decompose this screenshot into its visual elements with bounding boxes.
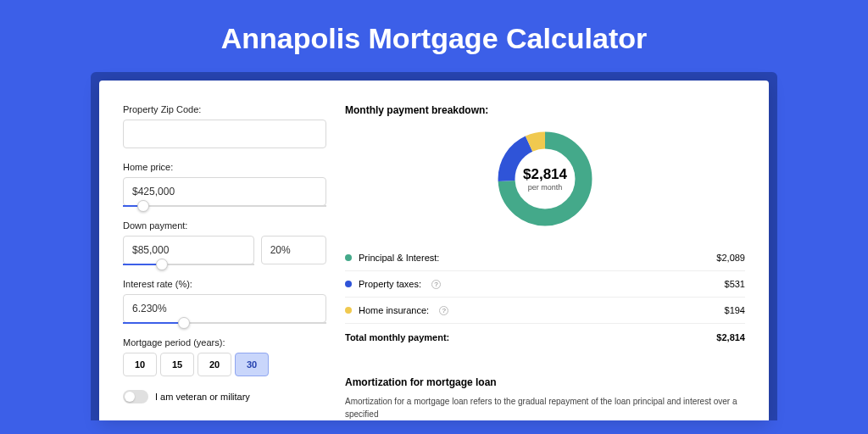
- field-period: Mortgage period (years): 10 15 20 30: [123, 337, 326, 376]
- legend-label: Principal & Interest:: [359, 253, 439, 263]
- donut-center: $2,814 per month: [494, 128, 596, 230]
- legend-amount: $2,089: [716, 253, 745, 263]
- field-zip: Property Zip Code:: [123, 104, 326, 148]
- help-icon[interactable]: ?: [439, 306, 448, 315]
- field-down-payment: Down payment:: [123, 220, 326, 265]
- home-price-slider[interactable]: [123, 205, 326, 207]
- legend-dot-icon: [345, 254, 352, 261]
- inputs-column: Property Zip Code: Home price: Down paym…: [123, 104, 326, 420]
- slider-thumb[interactable]: [137, 200, 149, 212]
- calculator-card: Property Zip Code: Home price: Down paym…: [99, 81, 769, 420]
- donut-amount: $2,814: [523, 166, 567, 183]
- home-price-input[interactable]: [123, 177, 326, 206]
- slider-thumb[interactable]: [156, 259, 168, 270]
- period-option-20[interactable]: 20: [198, 353, 231, 376]
- total-label: Total monthly payment:: [345, 332, 449, 342]
- interest-label: Interest rate (%):: [123, 279, 326, 289]
- amortization-title: Amortization for mortgage loan: [345, 376, 745, 388]
- breakdown-title: Monthly payment breakdown:: [345, 104, 745, 116]
- interest-slider[interactable]: [123, 322, 326, 324]
- amortization-body: Amortization for a mortgage loan refers …: [345, 395, 745, 420]
- donut-chart-wrap: $2,814 per month: [345, 123, 745, 245]
- help-icon[interactable]: ?: [431, 280, 441, 289]
- interest-input[interactable]: [123, 294, 326, 323]
- total-row: Total monthly payment: $2,814: [345, 324, 745, 354]
- legend-amount: $194: [725, 305, 745, 315]
- donut-chart: $2,814 per month: [494, 128, 596, 230]
- field-home-price: Home price:: [123, 162, 326, 207]
- legend-dot-icon: [345, 307, 352, 314]
- veteran-toggle[interactable]: [123, 390, 148, 403]
- down-payment-pct-input[interactable]: [261, 236, 326, 264]
- zip-input[interactable]: [123, 120, 326, 148]
- home-price-label: Home price:: [123, 162, 326, 172]
- down-payment-amount-input[interactable]: [123, 236, 254, 264]
- card-outer-shadow: Property Zip Code: Home price: Down paym…: [91, 72, 777, 420]
- down-payment-label: Down payment:: [123, 220, 326, 231]
- slider-thumb[interactable]: [178, 317, 190, 329]
- donut-sub: per month: [528, 183, 563, 192]
- legend-amount: $531: [725, 279, 745, 289]
- period-button-group: 10 15 20 30: [123, 353, 326, 376]
- legend-label: Home insurance:: [359, 305, 429, 315]
- period-option-15[interactable]: 15: [160, 353, 194, 376]
- page-title: Annapolis Mortgage Calculator: [0, 0, 868, 72]
- period-option-10[interactable]: 10: [123, 353, 157, 376]
- zip-label: Property Zip Code:: [123, 104, 326, 114]
- legend-row-insurance: Home insurance: ? $194: [345, 298, 745, 324]
- legend-row-taxes: Property taxes: ? $531: [345, 271, 745, 298]
- veteran-label: I am veteran or military: [155, 392, 250, 402]
- period-option-30[interactable]: 30: [235, 353, 269, 376]
- field-interest: Interest rate (%):: [123, 279, 326, 324]
- legend-row-principal: Principal & Interest: $2,089: [345, 245, 745, 271]
- breakdown-column: Monthly payment breakdown: $2,814 per mo…: [345, 104, 745, 420]
- legend-dot-icon: [345, 281, 352, 287]
- total-amount: $2,814: [716, 332, 745, 342]
- down-payment-slider[interactable]: [123, 264, 254, 265]
- legend-label: Property taxes:: [359, 279, 421, 289]
- veteran-row: I am veteran or military: [123, 390, 326, 403]
- period-label: Mortgage period (years):: [123, 337, 326, 348]
